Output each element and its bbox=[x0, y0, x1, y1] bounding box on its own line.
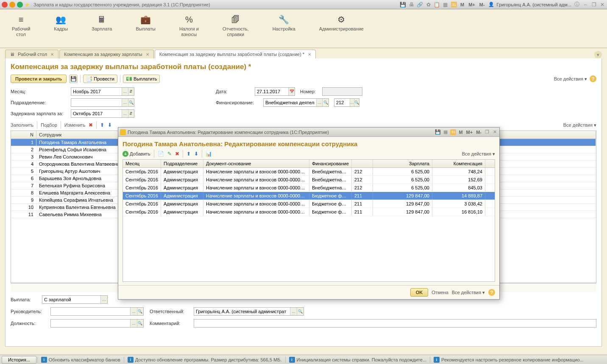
add-button[interactable]: +Добавить bbox=[123, 151, 150, 157]
date-input[interactable] bbox=[255, 88, 288, 95]
fin-code-dots-btn[interactable]: … bbox=[350, 99, 354, 106]
modal-restore-icon[interactable]: ❐ bbox=[484, 129, 490, 135]
down-icon[interactable]: ⬇ bbox=[194, 151, 198, 157]
window-close-btn[interactable] bbox=[2, 2, 8, 8]
modal-grid-icon[interactable]: ▦ bbox=[443, 129, 448, 135]
edit-link[interactable]: Изменить bbox=[64, 122, 86, 128]
fin-code-input[interactable] bbox=[334, 99, 350, 106]
minimize-icon[interactable]: – bbox=[582, 2, 588, 8]
section-button[interactable]: 💼Выплаты bbox=[132, 13, 159, 47]
col-comp[interactable]: Компенсация bbox=[432, 160, 485, 167]
m-plus-button[interactable]: M+ bbox=[468, 2, 476, 7]
status-segment[interactable]: iРекомендуется настроить резервное копир… bbox=[430, 357, 587, 363]
grid-all-actions[interactable]: Все действия ▾ bbox=[563, 122, 596, 128]
current-user[interactable]: Григорьянц А.А. (системный адм... bbox=[497, 2, 571, 7]
tab[interactable]: 🖥Рабочий стол✕ bbox=[5, 50, 58, 58]
payout-field[interactable]: … bbox=[42, 295, 108, 304]
col-month[interactable]: Месяц bbox=[123, 160, 161, 167]
move-down-icon[interactable]: ⬇ bbox=[108, 122, 112, 128]
month-dots-btn[interactable]: … bbox=[122, 88, 128, 95]
tab-close-icon[interactable]: ✕ bbox=[50, 52, 54, 57]
post-button[interactable]: 📑 Провести bbox=[83, 75, 117, 83]
col-n[interactable]: N bbox=[11, 131, 36, 139]
col-fin[interactable]: Финансирование bbox=[309, 160, 352, 167]
post-and-close-button[interactable]: Провести и закрыть bbox=[11, 75, 67, 83]
comment-field[interactable] bbox=[194, 319, 596, 328]
section-button[interactable]: 👥Кадры bbox=[50, 13, 71, 47]
save-icon[interactable]: 💾 bbox=[400, 2, 406, 8]
copy-icon[interactable]: 📄 bbox=[158, 151, 164, 157]
dept-search-btn[interactable]: 🔍 bbox=[128, 99, 134, 106]
comment-input[interactable] bbox=[194, 320, 596, 327]
fin-code-field[interactable]: … 🔍 bbox=[334, 98, 359, 107]
cancel-button[interactable]: Отмена bbox=[432, 290, 448, 295]
calc-icon[interactable]: 📋 bbox=[434, 2, 440, 8]
month-input[interactable] bbox=[71, 88, 122, 95]
table-row[interactable]: Сентябрь 2016АдминистрацияНачисление зар… bbox=[123, 176, 495, 184]
resp-field[interactable]: … 🔍 bbox=[194, 307, 304, 316]
tab[interactable]: Компенсация за задержку зарплаты✕ bbox=[59, 50, 154, 58]
mgr-search-btn[interactable]: 🔍 bbox=[137, 308, 143, 315]
m-button[interactable]: M bbox=[459, 2, 465, 7]
window-maximize-btn[interactable] bbox=[17, 2, 23, 8]
mgr-dots-btn[interactable]: … bbox=[130, 308, 136, 315]
help-icon[interactable]: ? bbox=[590, 75, 596, 82]
fin-search-btn[interactable]: 🔍 bbox=[322, 99, 329, 106]
mgr-field[interactable]: … 🔍 bbox=[50, 307, 144, 316]
table-row[interactable]: Сентябрь 2016АдминистрацияНачисление зар… bbox=[123, 168, 495, 176]
table-icon[interactable]: 📊 bbox=[206, 151, 212, 157]
status-segment[interactable]: iДоступно обновление программы. Размер д… bbox=[124, 357, 285, 363]
restore-icon[interactable]: ❐ bbox=[591, 2, 597, 8]
pos-input[interactable] bbox=[51, 320, 130, 327]
tab-close-icon[interactable]: ✕ bbox=[308, 52, 311, 57]
footer-all-actions[interactable]: Все действия ▾ bbox=[452, 290, 485, 295]
settings-icon[interactable]: ✿ bbox=[426, 2, 432, 8]
info-icon[interactable]: ⓘ bbox=[574, 2, 580, 8]
resp-dots-btn[interactable]: … bbox=[290, 308, 297, 315]
grid-icon[interactable]: ▦ bbox=[443, 2, 448, 8]
section-button[interactable]: %Налоги и взносы bbox=[176, 13, 202, 47]
tabs-more-btn[interactable]: ▾ bbox=[594, 51, 602, 58]
col-dept[interactable]: Подразделение bbox=[161, 160, 203, 167]
month-field[interactable]: … ⇵ bbox=[71, 87, 134, 96]
dept-input[interactable] bbox=[71, 99, 122, 106]
section-button[interactable]: ≡Рабочий стол bbox=[8, 13, 33, 47]
fin-input[interactable] bbox=[264, 99, 316, 106]
up-icon[interactable]: ⬆ bbox=[187, 151, 191, 157]
m-minus-button[interactable]: M- bbox=[479, 2, 486, 7]
col-salary[interactable]: Зарплата bbox=[373, 160, 432, 167]
delayed-input[interactable] bbox=[71, 110, 122, 117]
print-icon[interactable]: 🖶 bbox=[409, 2, 415, 8]
pick-link[interactable]: Подбор bbox=[41, 122, 57, 128]
resp-input[interactable] bbox=[194, 308, 290, 315]
table-row[interactable]: Сентябрь 2016АдминистрацияНачисление зар… bbox=[123, 184, 495, 192]
modal-m-btn[interactable]: M bbox=[458, 130, 463, 135]
payout-input[interactable] bbox=[42, 296, 100, 303]
fin-code-search-btn[interactable]: 🔍 bbox=[354, 99, 359, 106]
history-button[interactable]: История... bbox=[2, 356, 36, 364]
edit-icon[interactable]: ✎ bbox=[167, 151, 172, 157]
payout-dots-btn[interactable]: … bbox=[100, 296, 107, 303]
modal-save-icon[interactable]: 💾 bbox=[435, 129, 441, 135]
modal-m-minus-btn[interactable]: M- bbox=[475, 130, 482, 135]
delete-icon[interactable]: ✖ bbox=[89, 122, 93, 128]
pos-dots-btn[interactable]: … bbox=[130, 320, 136, 327]
date-field[interactable]: 📅 bbox=[255, 87, 295, 96]
all-actions-link[interactable]: Все действия ▾ bbox=[554, 76, 587, 82]
table-row[interactable]: Сентябрь 2016АдминистрацияНачисление зар… bbox=[123, 208, 495, 216]
tab[interactable]: Компенсация за задержку выплаты заработн… bbox=[155, 50, 316, 58]
table-row[interactable]: Сентябрь 2016АдминистрацияНачисление зар… bbox=[123, 192, 495, 200]
mgr-input[interactable] bbox=[51, 308, 130, 315]
section-button[interactable]: 🗐Отчетность, справки bbox=[219, 13, 252, 47]
pay-button[interactable]: 💵 Выплатить bbox=[123, 75, 160, 83]
window-minimize-btn[interactable] bbox=[9, 2, 15, 8]
status-segment[interactable]: iИнициализация системы справки. Пожалуйс… bbox=[285, 357, 430, 363]
link-icon[interactable]: 🔗 bbox=[417, 2, 423, 8]
section-button[interactable]: 🖩Зарплата bbox=[88, 13, 115, 47]
dept-field[interactable]: … 🔍 bbox=[71, 98, 134, 107]
fin-dots-btn[interactable]: … bbox=[316, 99, 323, 106]
delayed-field[interactable]: … ⇵ bbox=[71, 109, 134, 118]
section-button[interactable]: ⚙Администрирование bbox=[316, 13, 367, 47]
close-icon[interactable]: ✕ bbox=[599, 2, 605, 8]
resp-search-btn[interactable]: 🔍 bbox=[297, 308, 304, 315]
